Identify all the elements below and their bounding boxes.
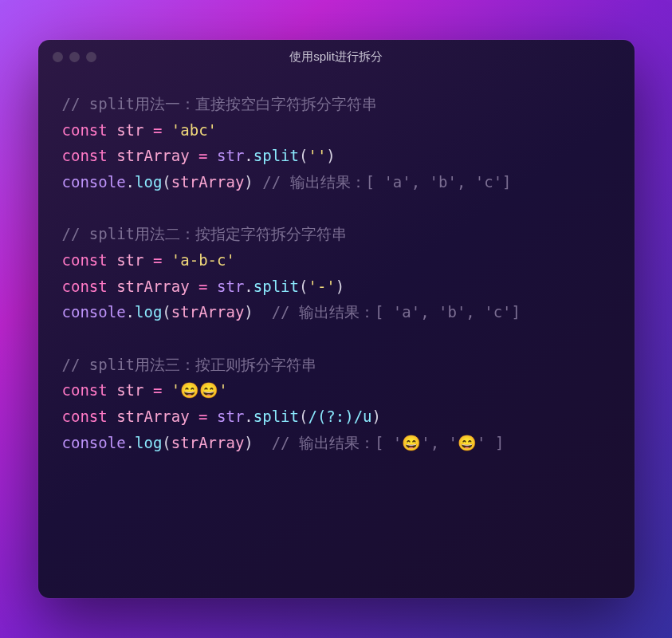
paren: ( xyxy=(162,173,171,191)
string: '' xyxy=(308,147,326,164)
code-block: // split用法一：直接按空白字符拆分字符串 const str = 'ab… xyxy=(38,73,635,473)
object: console xyxy=(62,303,126,321)
comment-line: // split用法二：按指定字符拆分字符串 xyxy=(62,225,348,242)
keyword: const xyxy=(62,278,108,295)
function: split xyxy=(253,147,299,164)
keyword: const xyxy=(62,408,108,425)
dot: . xyxy=(244,278,253,295)
keyword: const xyxy=(62,381,108,399)
function: split xyxy=(253,278,299,295)
variable: strArray xyxy=(171,173,245,191)
paren: ( xyxy=(299,408,308,425)
object: str xyxy=(217,278,244,295)
comment-line: // split用法三：按正则拆分字符串 xyxy=(62,356,317,373)
operator: = xyxy=(143,251,171,269)
function: split xyxy=(253,408,299,425)
variable: str xyxy=(116,121,143,139)
variable: strArray xyxy=(116,278,190,295)
object: console xyxy=(62,434,126,451)
variable: strArray xyxy=(116,408,190,425)
function: log xyxy=(135,434,162,451)
variable: strArray xyxy=(116,147,190,164)
string: '-' xyxy=(308,278,335,295)
dot: . xyxy=(126,303,135,321)
code-window: 使用split进行拆分 // split用法一：直接按空白字符拆分字符串 con… xyxy=(38,40,635,598)
paren: ( xyxy=(162,434,171,451)
dot: . xyxy=(126,173,135,191)
object: str xyxy=(217,147,244,164)
keyword: const xyxy=(62,147,108,164)
keyword: const xyxy=(62,251,108,269)
regex: /(?:)/u xyxy=(308,408,371,425)
variable: strArray xyxy=(171,434,245,451)
paren: ) xyxy=(326,147,335,164)
zoom-dot-icon[interactable] xyxy=(86,52,96,62)
paren: ) xyxy=(372,408,381,425)
paren: ) xyxy=(244,173,253,191)
paren: ( xyxy=(299,147,308,164)
operator: = xyxy=(143,121,171,139)
string: '😄😄' xyxy=(171,381,228,399)
comment: // 输出结果：[ 'a', 'b', 'c'] xyxy=(253,303,521,321)
variable: strArray xyxy=(171,303,245,321)
variable: str xyxy=(116,381,143,399)
operator: = xyxy=(190,278,217,295)
object: str xyxy=(217,408,244,425)
string: 'abc' xyxy=(171,121,217,139)
paren: ) xyxy=(244,434,253,451)
function: log xyxy=(135,173,162,191)
comment: // 输出结果：[ 'a', 'b', 'c'] xyxy=(253,173,512,191)
keyword: const xyxy=(62,121,108,139)
comment: // 输出结果：[ '😄', '😄' ] xyxy=(253,434,505,451)
operator: = xyxy=(190,408,217,425)
object: console xyxy=(62,173,126,191)
window-titlebar: 使用split进行拆分 xyxy=(38,40,635,73)
variable: str xyxy=(116,251,143,269)
paren: ) xyxy=(336,278,344,295)
paren: ( xyxy=(299,278,308,295)
function: log xyxy=(135,303,162,321)
window-title: 使用split进行拆分 xyxy=(38,49,635,65)
operator: = xyxy=(143,381,171,399)
dot: . xyxy=(126,434,135,451)
dot: . xyxy=(244,147,253,164)
string: 'a-b-c' xyxy=(171,251,235,269)
paren: ( xyxy=(162,303,171,321)
traffic-lights xyxy=(53,52,96,62)
comment-line: // split用法一：直接按空白字符拆分字符串 xyxy=(62,95,378,112)
paren: ) xyxy=(244,303,253,321)
close-dot-icon[interactable] xyxy=(53,52,63,62)
minimize-dot-icon[interactable] xyxy=(69,52,80,62)
operator: = xyxy=(190,147,217,164)
dot: . xyxy=(244,408,253,425)
